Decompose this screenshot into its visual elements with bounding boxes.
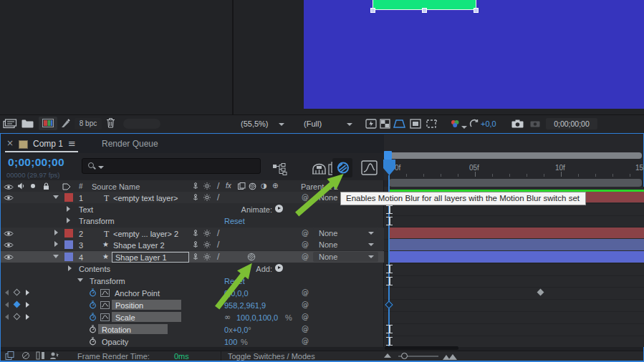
kf-next-arrow[interactable] xyxy=(26,314,29,320)
layer1-name[interactable]: <empty text layer> xyxy=(113,194,178,202)
scale-pick-whip-icon[interactable]: @ xyxy=(302,313,309,321)
selection-handle[interactable] xyxy=(474,8,479,13)
layer4-visibility-eye-icon[interactable] xyxy=(4,253,14,262)
layer3-shy-switch[interactable] xyxy=(192,241,199,250)
layer3-pick-whip-icon[interactable]: @ xyxy=(302,240,309,248)
layer3-parent-dropdown[interactable]: None xyxy=(313,240,378,250)
tab-render-queue[interactable]: Render Queue xyxy=(102,139,158,149)
toggle-switches-modes-button[interactable]: Toggle Switches / Modes xyxy=(228,352,315,361)
transform1-label[interactable]: Transform xyxy=(79,217,115,225)
opacity-value[interactable]: 100 xyxy=(224,338,237,346)
preview-time-field[interactable]: 0;00;00;00 xyxy=(546,118,597,129)
transform2-chevron[interactable] xyxy=(77,278,83,282)
layer2-collapse-switch[interactable] xyxy=(203,230,211,238)
position-label[interactable]: Position xyxy=(115,301,143,310)
layer1-quality-switch[interactable]: / xyxy=(217,193,219,201)
work-area-bar[interactable] xyxy=(389,179,642,187)
layer4-expand-chevron[interactable] xyxy=(53,255,59,258)
pan-behind-icon[interactable] xyxy=(426,119,438,130)
anchor-graph-icon[interactable] xyxy=(100,289,110,298)
layer1-visibility-eye-icon[interactable] xyxy=(4,194,14,202)
opacity-pick-whip-icon[interactable]: @ xyxy=(302,337,309,345)
kf-prev-arrow[interactable] xyxy=(5,302,9,308)
transfer-controls-icon[interactable] xyxy=(36,351,45,361)
layer3-quality-switch[interactable]: / xyxy=(217,240,219,248)
contents-label[interactable]: Contents xyxy=(79,265,110,273)
layer3-duration-bar[interactable] xyxy=(389,239,644,250)
current-time-display[interactable]: 0;00;00;00 xyxy=(8,156,64,169)
transform2-label[interactable]: Transform xyxy=(90,277,125,285)
mask-visibility-icon[interactable] xyxy=(393,119,405,130)
layer3-label-swatch[interactable] xyxy=(64,240,73,249)
shy-toggle-icon[interactable] xyxy=(21,351,30,361)
layer1-collapse-switch[interactable] xyxy=(203,194,211,202)
layer2-quality-switch[interactable]: / xyxy=(217,229,219,237)
scale-graph-icon[interactable] xyxy=(100,313,110,323)
render-time-icon[interactable] xyxy=(49,351,59,361)
channel-icon[interactable] xyxy=(450,119,461,130)
rotation-pick-whip-icon[interactable]: @ xyxy=(302,325,309,333)
constrain-proportions-icon[interactable]: ∞ xyxy=(224,313,231,322)
comp-flowchart-icon[interactable] xyxy=(272,163,289,177)
rotation-value[interactable]: 0x+0,0° xyxy=(224,326,251,334)
contents-chevron[interactable] xyxy=(68,265,72,271)
render-icon[interactable] xyxy=(60,118,71,130)
layer3-expand-chevron[interactable] xyxy=(54,241,58,247)
folder-icon[interactable] xyxy=(21,119,34,129)
rotation-label[interactable]: Rotation xyxy=(102,326,131,334)
layer1-shy-switch[interactable] xyxy=(192,194,199,202)
exposure-icon[interactable] xyxy=(469,119,479,130)
region-of-interest-icon[interactable] xyxy=(410,119,421,130)
resolution-dropdown[interactable]: (Full) xyxy=(304,119,322,128)
layer2-name[interactable]: <empty ... layer> 2 xyxy=(113,230,178,238)
layer2-duration-bar[interactable] xyxy=(389,228,644,238)
fast-previews-icon[interactable] xyxy=(365,119,377,130)
layer4-pick-whip-icon[interactable]: @ xyxy=(302,253,309,260)
position-graph-icon[interactable] xyxy=(100,301,110,310)
bit-depth-button[interactable]: 8 bpc xyxy=(75,118,102,129)
layer4-duration-bar[interactable] xyxy=(389,251,644,263)
layer4-shy-switch[interactable] xyxy=(192,253,199,262)
expand-layers-icon[interactable] xyxy=(5,351,14,361)
panel-menu-icon[interactable]: ≡ xyxy=(68,138,76,149)
layer3-collapse-switch[interactable] xyxy=(203,241,211,250)
position-value[interactable]: 958,2,961,9 xyxy=(224,301,266,310)
search-input[interactable] xyxy=(82,158,261,174)
time-navigator-bar[interactable] xyxy=(389,152,642,159)
kf-next-arrow[interactable] xyxy=(26,290,29,295)
layer4-parent-dropdown[interactable]: None xyxy=(313,252,378,262)
kf-next-arrow[interactable] xyxy=(26,302,29,308)
show-snapshot-icon[interactable] xyxy=(530,120,540,129)
text-group-chevron[interactable] xyxy=(67,206,70,212)
transform1-reset-link[interactable]: Reset xyxy=(224,217,245,225)
opacity-label[interactable]: Opacity xyxy=(102,338,128,346)
exposure-value[interactable]: +0,0 xyxy=(481,119,496,128)
layer2-parent-dropdown[interactable]: None xyxy=(313,228,378,238)
footage-icon[interactable] xyxy=(3,119,17,130)
kf-prev-arrow[interactable] xyxy=(5,290,9,295)
layer2-pick-whip-icon[interactable]: @ xyxy=(302,229,309,237)
layer2-expand-chevron[interactable] xyxy=(54,230,58,235)
graph-editor-icon[interactable] xyxy=(361,160,378,177)
layer2-label-swatch[interactable] xyxy=(64,229,73,238)
text-group-label[interactable]: Text xyxy=(79,205,93,214)
scale-value[interactable]: 100,0,100,0 xyxy=(236,313,278,322)
layer2-shy-switch[interactable] xyxy=(192,230,199,238)
layer1-label-swatch[interactable] xyxy=(64,193,73,202)
close-icon[interactable]: × xyxy=(6,138,14,148)
layer4-collapse-switch[interactable] xyxy=(203,253,211,262)
layer4-quality-switch[interactable]: / xyxy=(217,253,219,260)
trash-icon[interactable] xyxy=(106,117,115,129)
layer4-label-swatch[interactable] xyxy=(64,253,73,261)
layer2-visibility-eye-icon[interactable] xyxy=(4,230,14,238)
add-menu-button[interactable] xyxy=(275,264,283,272)
selection-handle[interactable] xyxy=(422,8,427,13)
kf-prev-arrow[interactable] xyxy=(5,314,9,320)
draft-3d-icon[interactable] xyxy=(312,162,327,176)
selection-handle[interactable] xyxy=(370,8,375,13)
composition-viewport[interactable] xyxy=(304,0,644,109)
anchor-point-label[interactable]: Anchor Point xyxy=(115,289,160,298)
horizontal-scrollbar[interactable] xyxy=(385,346,458,350)
zoom-slider-knob[interactable] xyxy=(401,353,408,359)
zoom-in-mountains-icon[interactable] xyxy=(443,353,457,361)
